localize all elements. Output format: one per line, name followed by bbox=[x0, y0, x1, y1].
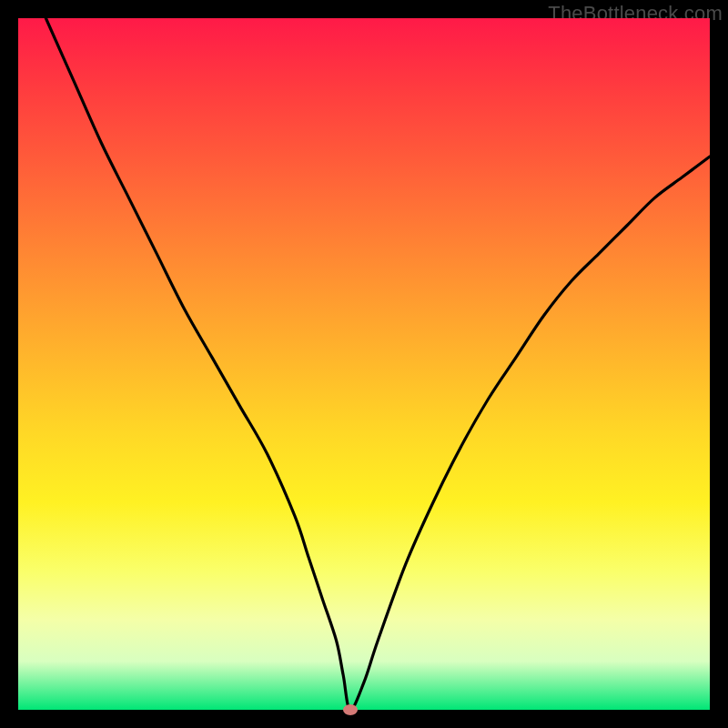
optimum-marker bbox=[343, 704, 358, 715]
curve-path bbox=[46, 18, 710, 710]
plot-area bbox=[18, 18, 710, 710]
chart-frame: TheBottleneck.com bbox=[0, 0, 728, 728]
bottleneck-curve bbox=[18, 18, 710, 710]
